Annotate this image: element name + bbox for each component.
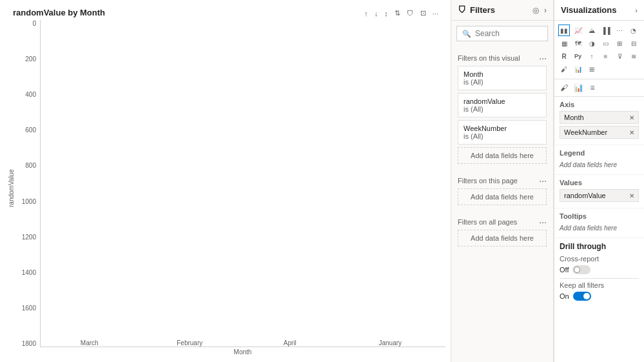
visual-filter-more[interactable]: ··· xyxy=(539,53,547,63)
bar-group-january[interactable]: January xyxy=(348,337,433,347)
filter-icon[interactable]: ⛉ xyxy=(405,8,416,19)
chart-container: randomValue 1800 1600 1400 1200 1000 800… xyxy=(5,20,445,357)
axis-section-title: Axis xyxy=(560,101,639,108)
bar-label-march: March xyxy=(81,339,99,347)
filters-on-page-title: Filters on this page ··· xyxy=(458,172,547,188)
viz-header-expand[interactable]: › xyxy=(635,6,638,14)
scatter-icon[interactable]: ⋯ xyxy=(614,25,625,36)
filters-on-all-section: Filters on all pages ··· Add data fields… xyxy=(451,210,553,252)
analytics-icon[interactable]: 📊 xyxy=(572,63,584,75)
keep-all-toggle[interactable] xyxy=(573,292,591,301)
viz-header: Visualizations › xyxy=(554,0,644,21)
all-filter-more[interactable]: ··· xyxy=(539,217,547,227)
field-icon[interactable]: ⊞ xyxy=(586,63,598,75)
analytics-tab-icon[interactable]: 📊 xyxy=(572,82,584,94)
filters-on-all-title: Filters on all pages ··· xyxy=(458,213,547,230)
legend-section-title: Legend xyxy=(560,149,639,157)
drill-through-title: Drill through xyxy=(560,242,639,251)
sort-desc-icon[interactable]: ↓ xyxy=(373,8,380,19)
map-icon[interactable]: 🗺 xyxy=(572,37,584,49)
axis-weeknumber-field[interactable]: WeekNumber ✕ xyxy=(560,126,639,139)
waterfall-icon[interactable]: ≋ xyxy=(628,50,639,62)
cross-report-state: Off xyxy=(560,266,569,274)
remove-month-btn[interactable]: ✕ xyxy=(629,114,634,121)
format-tab-icon[interactable]: 🖌 xyxy=(558,82,570,94)
add-data-visual[interactable]: Add data fields here xyxy=(458,147,547,164)
axis-section: Axis Month ✕ WeekNumber ✕ xyxy=(554,97,644,145)
keep-all-toggle-row: On xyxy=(560,292,639,301)
remove-randomvalue-btn[interactable]: ✕ xyxy=(629,192,634,199)
remove-weeknumber-btn[interactable]: ✕ xyxy=(629,129,634,136)
y-axis-and-bars: 1800 1600 1400 1200 1000 800 600 400 200… xyxy=(17,20,445,347)
bar-label-april: April xyxy=(284,339,297,347)
cross-report-label: Cross-report xyxy=(560,255,639,263)
sort-icon[interactable]: ↕ xyxy=(382,8,390,19)
page-filter-more[interactable]: ··· xyxy=(539,176,547,186)
legend-section: Legend Add data fields here xyxy=(554,145,644,175)
randomvalue-filter[interactable]: randomValue is (All) xyxy=(458,93,547,117)
keep-all-state: On xyxy=(560,292,569,300)
py-icon[interactable]: Py xyxy=(572,50,584,62)
treemap-icon[interactable]: ▦ xyxy=(558,37,570,49)
keep-all-label: Keep all filters xyxy=(560,281,639,289)
month-filter[interactable]: Month is (All) xyxy=(458,66,547,90)
pie-icon[interactable]: ◔ xyxy=(628,25,639,36)
tooltips-add-field[interactable]: Add data fields here xyxy=(560,223,639,234)
x-axis-label: Month xyxy=(17,347,445,357)
cross-report-toggle-row: Off xyxy=(560,265,639,274)
filters-on-page-section: Filters on this page ··· Add data fields… xyxy=(451,169,553,210)
search-input[interactable] xyxy=(475,29,542,38)
values-section-title: Values xyxy=(560,179,639,186)
column-chart-icon[interactable]: ▐▐ xyxy=(600,25,612,36)
bar-group-april[interactable]: April xyxy=(248,337,333,347)
area-chart-icon[interactable]: ⛰ xyxy=(586,25,598,36)
r-icon[interactable]: R xyxy=(558,50,570,62)
legend-add-field[interactable]: Add data fields here xyxy=(560,159,639,170)
cross-report-thumb xyxy=(574,266,580,273)
matrix-icon[interactable]: ⊟ xyxy=(628,37,639,49)
filter-funnel-icon: ⛉ xyxy=(458,5,466,15)
line-chart-icon[interactable]: 📈 xyxy=(572,25,584,36)
axis-month-field[interactable]: Month ✕ xyxy=(560,111,639,124)
filters-header-icons: ◎ › xyxy=(532,6,547,15)
values-randomvalue-field[interactable]: randomValue ✕ xyxy=(560,189,639,202)
drill-divider xyxy=(560,278,639,279)
filter-expand-icon[interactable]: › xyxy=(544,6,547,15)
sort-asc-icon[interactable]: ↑ xyxy=(362,8,370,19)
card-icon[interactable]: ▭ xyxy=(600,37,612,49)
tooltips-section: Tooltips Add data fields here xyxy=(554,208,644,238)
expand-icon[interactable]: ⊡ xyxy=(418,8,428,19)
viz-tab-row: 🖌 📊 ≡ xyxy=(554,79,644,97)
keep-all-thumb xyxy=(583,293,590,299)
kpi-icon[interactable]: ↑ xyxy=(586,50,598,62)
filter-visibility-icon[interactable]: ◎ xyxy=(532,6,539,15)
viz-panel-title: Visualizations xyxy=(561,5,616,15)
drill-through-section: Drill through Cross-report Off Keep all … xyxy=(554,238,644,308)
gauge-icon[interactable]: ◑ xyxy=(586,37,598,49)
slicer-icon[interactable]: ≡ xyxy=(600,50,612,62)
fields-tab-icon[interactable]: ≡ xyxy=(587,82,598,94)
filters-header: ⛉ Filters ◎ › xyxy=(451,0,553,21)
search-icon: 🔍 xyxy=(462,30,471,38)
bar-label-january: January xyxy=(378,339,402,347)
bar-group-march[interactable]: March xyxy=(47,337,132,347)
chart-inner: 1800 1600 1400 1200 1000 800 600 400 200… xyxy=(17,20,445,357)
sort-icon2[interactable]: ⇅ xyxy=(393,8,402,19)
weeknumber-filter[interactable]: WeekNumber is (All) xyxy=(458,120,547,145)
bar-group-february[interactable]: February xyxy=(148,337,233,347)
filters-title: ⛉ Filters xyxy=(458,5,495,15)
viz-icons-grid: ▮▮ 📈 ⛰ ▐▐ ⋯ ◔ ▦ 🗺 ◑ ▭ ⊞ ⊟ R Py ↑ ≡ ⊽ ≋ 🖌… xyxy=(554,21,644,79)
add-data-all[interactable]: Add data fields here xyxy=(458,230,547,246)
bar-chart-icon[interactable]: ▮▮ xyxy=(558,25,570,36)
more-options-icon[interactable]: ··· xyxy=(431,8,440,19)
table-icon[interactable]: ⊞ xyxy=(614,37,625,49)
filters-search-box[interactable]: 🔍 xyxy=(456,26,548,41)
cross-report-toggle[interactable] xyxy=(572,265,590,274)
filters-panel: ⛉ Filters ◎ › 🔍 Filters on this visual ·… xyxy=(451,0,554,362)
add-data-page[interactable]: Add data fields here xyxy=(458,188,547,205)
bars-area: MarchFebruaryAprilJanuary xyxy=(40,20,445,347)
y-axis-label: randomValue xyxy=(5,20,17,357)
filters-on-visual-section: Filters on this visual ··· Month is (All… xyxy=(451,46,553,169)
format-icon[interactable]: 🖌 xyxy=(558,63,570,75)
funnel-icon[interactable]: ⊽ xyxy=(614,50,625,62)
